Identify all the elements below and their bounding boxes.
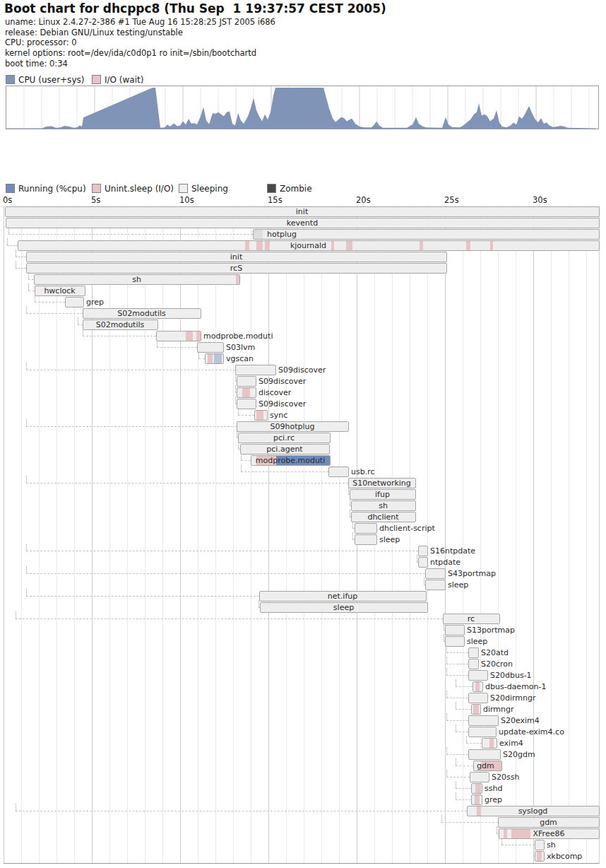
process-bar-segment-io (475, 784, 481, 793)
dependency-line-vertical (456, 781, 456, 788)
process-bar (445, 636, 465, 647)
grid-line (127, 206, 128, 863)
legend-swatch (267, 184, 276, 193)
dependency-line-vertical (238, 442, 239, 449)
process-label: S02modutils (96, 320, 145, 329)
dependency-line-horizontal (16, 268, 26, 269)
grid-line (410, 206, 410, 863)
process-gantt-chart: initkeventdhotplugkjournaldinitrcSshhwcl… (4, 206, 600, 864)
process-bar-segment-dim (254, 230, 263, 239)
process-label: sleep (467, 637, 487, 646)
dependency-line-vertical (350, 498, 350, 505)
process-bar (418, 557, 428, 568)
dependency-line-vertical (501, 838, 502, 845)
process-bar (471, 783, 482, 794)
process-label: usb.rc (351, 467, 375, 476)
grid-line (463, 206, 463, 863)
dependency-line-vertical (446, 747, 447, 754)
dependency-line-vertical (235, 385, 236, 392)
process-bar (445, 625, 465, 635)
dependency-line-vertical (497, 826, 497, 833)
dependency-line-vertical (26, 476, 27, 483)
process-bar (468, 727, 497, 737)
legend-label: I/O (wait) (105, 75, 143, 85)
dependency-line-vertical (16, 611, 16, 618)
process-bar-segment-io (208, 354, 213, 363)
dependency-line-horizontal (456, 799, 471, 800)
dependency-line-vertical (352, 521, 353, 528)
dependency-line-vertical (350, 510, 350, 517)
grid-line (21, 206, 22, 863)
process-bar-segment-io (475, 795, 480, 804)
grid-line (516, 206, 516, 863)
process-bar (197, 342, 224, 353)
process-bar-segment-io (489, 739, 494, 748)
dependency-line-vertical (444, 623, 444, 630)
process-bar-segment-io (196, 332, 201, 341)
process-bar (535, 840, 545, 850)
process-label: S02modutils (117, 309, 166, 318)
process-bar-segment-io (256, 241, 263, 250)
dependency-line-horizontal (238, 449, 240, 450)
process-bar (470, 772, 489, 782)
process-bar (418, 546, 428, 556)
process-bar (468, 647, 479, 658)
process-bar-segment-io (466, 241, 470, 250)
process-label: syslogd (518, 807, 548, 816)
dependency-line-vertical (417, 555, 417, 562)
dependency-line-horizontal (446, 652, 468, 653)
dependency-line-vertical (441, 815, 442, 822)
process-bar (468, 659, 479, 669)
legend-label: Running (%cpu) (18, 184, 86, 194)
dependency-line-horizontal (7, 245, 18, 246)
header-info-line: boot time: 0:34 (5, 59, 275, 69)
page-title: Boot chart for dhcppc8 (Thu Sep 1 19:37:… (4, 1, 386, 16)
dependency-line-vertical (78, 317, 78, 324)
process-label: dirmngr (483, 705, 514, 714)
dependency-line-horizontal (235, 404, 237, 404)
legend-label: Zombie (280, 184, 312, 194)
legend-swatch (92, 75, 101, 84)
process-bar-segment-io (473, 705, 479, 714)
dependency-line-horizontal (497, 833, 499, 834)
legend-item: Unint.sleep (I/O) (92, 184, 174, 193)
process-label: grep (86, 298, 104, 307)
dependency-line-vertical (235, 374, 236, 381)
dependency-line-vertical (26, 419, 27, 426)
dependency-line-vertical (26, 363, 27, 370)
process-bar-segment-io (265, 241, 270, 250)
legend-label: Unint.sleep (I/O) (105, 184, 174, 194)
dependency-line-vertical (352, 532, 353, 539)
process-bar (468, 715, 499, 726)
dependency-line-horizontal (444, 630, 445, 631)
legend-label: CPU (user+sys) (18, 75, 84, 85)
process-bar-segment-io (256, 411, 263, 420)
legend-item: Sleeping (179, 184, 228, 193)
process-label: S20gdm (503, 750, 535, 759)
dependency-line-horizontal (350, 517, 351, 517)
process-bar (235, 365, 276, 375)
process-label: S20dbus-1 (490, 671, 532, 680)
grid-line (392, 206, 393, 863)
dependency-line-horizontal (35, 302, 65, 303)
process-bar-segment-io (186, 332, 193, 341)
dependency-line-vertical (8, 227, 9, 234)
process-bar (355, 523, 377, 534)
grid-line (445, 206, 446, 863)
legend-swatch (92, 184, 101, 193)
dependency-line-vertical (348, 487, 349, 494)
dependency-line-horizontal (16, 811, 467, 811)
process-bar (328, 467, 349, 477)
dependency-line-vertical (241, 453, 242, 460)
dependency-line-vertical (7, 238, 8, 245)
axis-tick: 25s (444, 195, 459, 205)
process-label: sleep (333, 603, 354, 612)
process-label: S03lvm (226, 343, 255, 352)
process-label: sh (379, 501, 388, 510)
process-label: S20atd (481, 648, 509, 657)
dependency-line-vertical (446, 668, 447, 675)
process-label: S20ssh (492, 773, 519, 782)
process-label: pci.agent (266, 445, 302, 454)
dependency-line-vertical (198, 351, 199, 358)
process-label: dbus-daemon-1 (485, 682, 547, 691)
